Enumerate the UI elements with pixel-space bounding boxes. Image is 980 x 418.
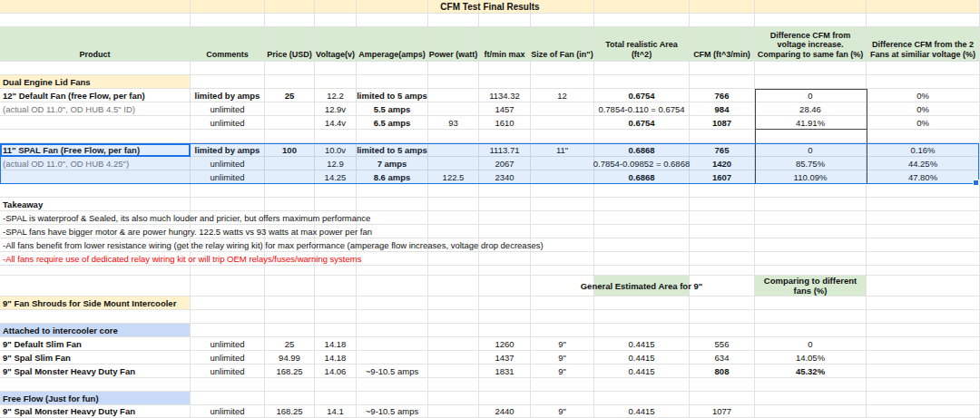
empty-row-col-7[interactable] xyxy=(531,378,594,392)
fan-row-9in-spal-monster-col-7[interactable]: 9" xyxy=(531,365,594,378)
estimate-labels-row-col-3[interactable] xyxy=(315,276,357,296)
fan-row-11in-spal-3-col-10[interactable]: 110.09% xyxy=(755,170,867,184)
section-9in-fan-shrouds-col-5[interactable] xyxy=(428,296,479,310)
fan-row-9in-spal-monster-col-6[interactable]: 1831 xyxy=(479,365,531,378)
fan-row-12in-default-3-col-1[interactable]: unlimited xyxy=(191,116,265,130)
header-row-col-7[interactable]: Size of Fan (in") xyxy=(531,27,594,62)
empty-row-col-6[interactable] xyxy=(479,310,531,324)
takeaway-note-1-col-7[interactable] xyxy=(531,211,594,225)
header-row-col-11[interactable]: Difference CFM from the 2 Fans at simili… xyxy=(867,27,980,62)
estimate-labels-row-col-8[interactable]: General Estimated Area for 9" xyxy=(594,276,690,296)
title-row-col-1[interactable] xyxy=(191,0,265,14)
section-free-flow-col-11[interactable] xyxy=(867,392,980,405)
takeaway-note-3-col-9[interactable] xyxy=(690,238,755,252)
fan-row-9in-default-slim-col-1[interactable]: unlimited xyxy=(191,337,265,351)
fan-row-9in-spal-slim-col-8[interactable]: 0.4415 xyxy=(594,351,690,365)
empty-row-col-3[interactable] xyxy=(315,14,357,27)
section-dual-engine-lid-fans-col-8[interactable] xyxy=(594,75,690,89)
fan-row-9in-default-slim-col-5[interactable] xyxy=(428,337,479,351)
title-row-col-2[interactable] xyxy=(265,0,315,14)
section-dual-engine-lid-fans-col-1[interactable] xyxy=(191,75,265,89)
fan-row-11in-spal-1-col-4[interactable]: limited to 5 amps xyxy=(357,143,428,157)
empty-row-col-0[interactable] xyxy=(0,62,191,75)
takeaway-note-2-col-0[interactable]: -SPAL fans have bigger motor & are power… xyxy=(0,225,191,238)
takeaway-note-4-col-9[interactable] xyxy=(690,252,755,266)
fan-row-12in-default-3-col-0[interactable] xyxy=(0,116,191,130)
empty-row-col-6[interactable] xyxy=(479,14,531,27)
empty-row-col-6[interactable] xyxy=(479,184,531,198)
empty-row-col-11[interactable] xyxy=(867,62,980,75)
section-attached-to-intercooler-col-7[interactable] xyxy=(531,324,594,337)
title-row-col-11[interactable] xyxy=(867,0,980,14)
section-attached-to-intercooler-col-8[interactable] xyxy=(594,324,690,337)
fan-row-11in-spal-3-col-1[interactable]: unlimited xyxy=(191,170,265,184)
title-row-col-8[interactable] xyxy=(594,0,690,14)
fan-row-12in-default-3-col-11[interactable]: 0% xyxy=(867,116,980,130)
empty-row-col-3[interactable] xyxy=(315,184,357,198)
fan-row-9in-spal-monster-col-0[interactable]: 9" Spal Monster Heavy Duty Fan xyxy=(0,365,191,378)
fan-row-9in-default-slim-col-2[interactable]: 25 xyxy=(265,337,315,351)
takeaway-note-4-col-0[interactable]: -All fans require use of dedicated relay… xyxy=(0,252,191,266)
fan-row-12in-default-2-col-7[interactable] xyxy=(531,102,594,116)
empty-row-col-1[interactable] xyxy=(191,130,265,143)
section-attached-to-intercooler-col-11[interactable] xyxy=(867,324,980,337)
empty-row-col-3[interactable] xyxy=(315,378,357,392)
fan-row-9in-spal-monster-col-9[interactable]: 808 xyxy=(690,365,755,378)
header-row-col-0[interactable]: Product xyxy=(0,27,191,62)
empty-row-col-10[interactable] xyxy=(755,378,867,392)
empty-row-col-7[interactable] xyxy=(531,310,594,324)
fan-row-11in-spal-2-col-3[interactable]: 12.9 xyxy=(315,157,357,170)
fan-row-9in-default-slim-col-10[interactable]: 0 xyxy=(755,337,867,351)
section-dual-engine-lid-fans-col-4[interactable] xyxy=(357,75,428,89)
takeaway-note-1-col-5[interactable] xyxy=(428,211,479,225)
fan-row-12in-default-1-col-6[interactable]: 1134.32 xyxy=(479,89,531,102)
empty-row-col-5[interactable] xyxy=(428,184,479,198)
fan-row-12in-default-2-col-8[interactable]: 0.7854-0.110 = 0.6754 xyxy=(594,102,690,116)
section-free-flow-col-3[interactable] xyxy=(315,392,357,405)
fan-row-11in-spal-3-col-7[interactable] xyxy=(531,170,594,184)
takeaway-note-1-col-11[interactable] xyxy=(867,211,980,225)
empty-row-col-11[interactable] xyxy=(867,130,980,143)
fan-row-9in-spal-monster-col-1[interactable]: unlimited xyxy=(191,365,265,378)
takeaway-note-4-col-5[interactable] xyxy=(428,252,479,266)
empty-row-col-5[interactable] xyxy=(428,266,479,276)
empty-row-col-1[interactable] xyxy=(191,184,265,198)
fan-row-12in-default-3-col-6[interactable]: 1610 xyxy=(479,116,531,130)
section-9in-fan-shrouds-col-1[interactable] xyxy=(191,296,265,310)
fan-row-9in-spal-monster-col-8[interactable]: 0.4415 xyxy=(594,365,690,378)
fan-row-12in-default-1-col-8[interactable]: 0.6754 xyxy=(594,89,690,102)
fan-row-11in-spal-2-col-0[interactable]: (actual OD 11.0", OD HUB 4.25") xyxy=(0,157,191,170)
fan-row-11in-spal-2-col-5[interactable] xyxy=(428,157,479,170)
section-9in-fan-shrouds-col-7[interactable] xyxy=(531,296,594,310)
section-free-flow-col-10[interactable] xyxy=(755,392,867,405)
empty-row-col-5[interactable] xyxy=(428,62,479,75)
header-row-col-5[interactable]: Power (watt) xyxy=(428,27,479,62)
takeaway-note-1-col-10[interactable] xyxy=(755,211,867,225)
fan-row-11in-spal-1-col-9[interactable]: 765 xyxy=(690,143,755,157)
title-row-col-0[interactable] xyxy=(0,0,191,14)
section-dual-engine-lid-fans-col-9[interactable] xyxy=(690,75,755,89)
empty-row-col-9[interactable] xyxy=(690,310,755,324)
empty-row-col-2[interactable] xyxy=(265,184,315,198)
estimate-labels-row-col-2[interactable] xyxy=(265,276,315,296)
section-attached-to-intercooler-col-3[interactable] xyxy=(315,324,357,337)
empty-row-col-9[interactable] xyxy=(690,184,755,198)
section-dual-engine-lid-fans-col-10[interactable] xyxy=(755,75,867,89)
fan-row-9in-spal-slim-col-7[interactable]: 9" xyxy=(531,351,594,365)
takeaway-note-3-col-10[interactable] xyxy=(755,238,867,252)
section-9in-fan-shrouds-col-11[interactable] xyxy=(867,296,980,310)
fan-row-11in-spal-3-col-9[interactable]: 1607 xyxy=(690,170,755,184)
section-dual-engine-lid-fans-col-5[interactable] xyxy=(428,75,479,89)
empty-row-col-4[interactable] xyxy=(357,130,428,143)
empty-row-col-7[interactable] xyxy=(531,266,594,276)
section-9in-fan-shrouds-col-3[interactable] xyxy=(315,296,357,310)
section-dual-engine-lid-fans-col-7[interactable] xyxy=(531,75,594,89)
fan-row-9in-spal-monster-freeflow-col-2[interactable]: 168.25 xyxy=(265,405,315,418)
fan-row-9in-spal-monster-freeflow-col-3[interactable]: 14.1 xyxy=(315,405,357,418)
header-row-col-8[interactable]: Total realistic Area (ft^2) xyxy=(594,27,690,62)
fan-row-9in-default-slim-col-0[interactable]: 9" Default Slim Fan xyxy=(0,337,191,351)
fan-row-12in-default-1-col-1[interactable]: limited by amps xyxy=(191,89,265,102)
empty-row-col-0[interactable] xyxy=(0,130,191,143)
empty-row-col-10[interactable] xyxy=(755,184,867,198)
fan-row-9in-spal-monster-freeflow-col-1[interactable]: unlimited xyxy=(191,405,265,418)
